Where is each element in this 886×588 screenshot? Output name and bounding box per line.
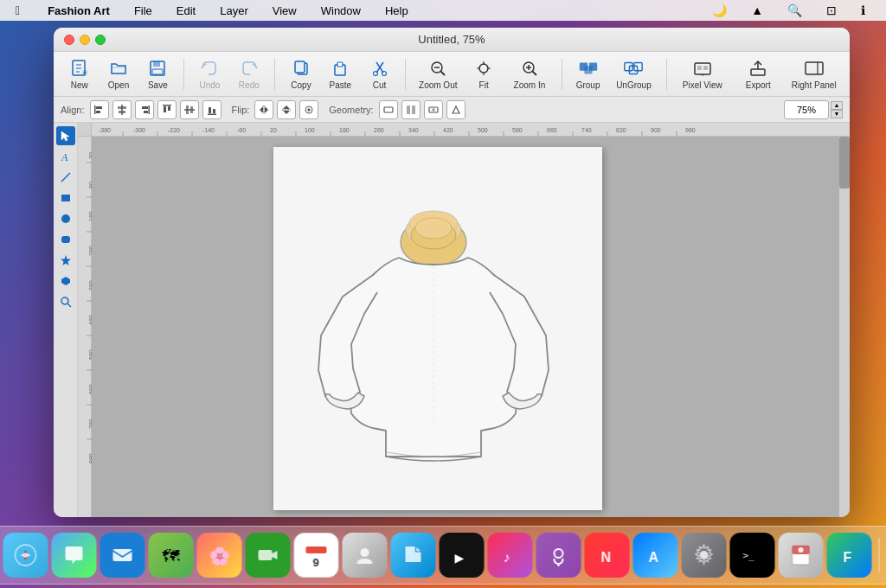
- svg-text:F: F: [844, 550, 852, 565]
- align-top-button[interactable]: [157, 100, 177, 119]
- maximize-button[interactable]: [95, 35, 106, 45]
- dock-icon-maps[interactable]: 🗺: [149, 533, 194, 578]
- align-center-h-button[interactable]: [112, 100, 132, 119]
- menubar:  Fashion Art File Edit Layer View Windo…: [0, 0, 886, 21]
- dock-icon-photos[interactable]: 🌸: [197, 533, 242, 578]
- zoom-up-button[interactable]: ▲: [831, 101, 843, 110]
- paste-button[interactable]: Paste: [322, 54, 359, 94]
- dock-icon-preview[interactable]: [779, 533, 824, 578]
- export-button[interactable]: Export: [733, 54, 783, 94]
- ungroup-button[interactable]: UnGroup: [608, 54, 658, 94]
- select-tool[interactable]: [56, 126, 75, 145]
- group-button[interactable]: Group: [569, 54, 607, 94]
- dock-icon-music[interactable]: ♪: [488, 533, 533, 578]
- pen-tool[interactable]: [56, 168, 75, 187]
- geo-4-button[interactable]: [446, 100, 465, 119]
- new-icon: [69, 58, 90, 79]
- control-center-icon[interactable]: 🌙: [707, 2, 732, 19]
- align-left-button[interactable]: [90, 100, 109, 119]
- copy-button[interactable]: Copy: [282, 54, 319, 94]
- zoom-down-button[interactable]: ▼: [831, 110, 843, 118]
- rectangle-tool[interactable]: [56, 189, 75, 208]
- dock-icon-contacts[interactable]: [343, 533, 388, 578]
- svg-text:A: A: [649, 550, 659, 565]
- pixel-view-label: Pixel View: [683, 80, 722, 90]
- zoom-tool[interactable]: [56, 292, 75, 311]
- dock-icon-files[interactable]: [391, 533, 436, 578]
- dock-icon-settings[interactable]: [682, 533, 727, 578]
- ruler-v-col: -20 80 180 280 380 480 580: [78, 137, 850, 517]
- align-bar: Align: Flip: Geometry:: [54, 97, 850, 123]
- canvas-page: [273, 147, 602, 510]
- app-name[interactable]: Fashion Art: [42, 3, 115, 19]
- new-button[interactable]: New: [61, 54, 98, 94]
- copy-label: Copy: [291, 80, 311, 90]
- open-button[interactable]: Open: [100, 54, 137, 94]
- ellipse-tool[interactable]: [56, 209, 75, 228]
- right-panel-button[interactable]: Right Panel: [785, 54, 843, 94]
- svg-rect-58: [213, 109, 215, 113]
- pixel-view-button[interactable]: Pixel View: [673, 54, 731, 94]
- svg-rect-50: [163, 105, 171, 106]
- polygon-tool[interactable]: [56, 272, 75, 291]
- zoom-input[interactable]: [784, 100, 829, 119]
- time-icon[interactable]: ℹ: [856, 2, 870, 19]
- svg-point-134: [415, 218, 452, 239]
- svg-text:🌸: 🌸: [209, 546, 231, 566]
- dock-icon-appstore[interactable]: A: [633, 533, 678, 578]
- dock-icon-calendar[interactable]: 9: [294, 533, 339, 578]
- close-button[interactable]: [64, 35, 74, 45]
- svg-point-74: [61, 297, 68, 304]
- svg-rect-150: [259, 550, 273, 560]
- geo-1-button[interactable]: [379, 100, 398, 119]
- menu-help[interactable]: Help: [380, 3, 414, 19]
- dock-icon-appletv[interactable]: ▶: [440, 533, 485, 578]
- cut-button[interactable]: Cut: [361, 54, 398, 94]
- minimize-button[interactable]: [80, 35, 90, 45]
- svg-point-70: [61, 214, 70, 223]
- rounded-rect-tool[interactable]: [56, 230, 75, 249]
- menu-file[interactable]: File: [129, 3, 157, 19]
- align-bottom-button[interactable]: [202, 100, 222, 119]
- flip-both-button[interactable]: [299, 100, 318, 119]
- vertical-scrollbar[interactable]: [839, 137, 850, 517]
- flip-v-button[interactable]: [277, 100, 296, 119]
- search-icon-menu[interactable]: 🔍: [782, 2, 807, 19]
- menu-window[interactable]: Window: [316, 3, 366, 19]
- dock-icon-podcasts[interactable]: [536, 533, 581, 578]
- control-icon[interactable]: ⊡: [821, 2, 842, 19]
- redo-button[interactable]: Redo: [230, 54, 267, 94]
- svg-point-37: [701, 74, 703, 76]
- menu-view[interactable]: View: [267, 3, 302, 19]
- dock-icon-fashionart[interactable]: F: [827, 533, 872, 578]
- align-center-v-button[interactable]: [180, 100, 199, 119]
- canvas-viewport[interactable]: [92, 137, 850, 517]
- zoom-out-button[interactable]: Zoom Out: [413, 54, 463, 94]
- geo-3-button[interactable]: [424, 100, 443, 119]
- fit-button[interactable]: Fit: [465, 54, 502, 94]
- align-right-button[interactable]: [135, 100, 154, 119]
- svg-point-19: [479, 64, 488, 73]
- undo-button[interactable]: Undo: [191, 54, 228, 94]
- menu-edit[interactable]: Edit: [171, 3, 201, 19]
- flip-h-button[interactable]: [254, 100, 273, 119]
- dock-icon-facetime[interactable]: [246, 533, 291, 578]
- svg-rect-147: [113, 549, 132, 561]
- geo-2-button[interactable]: [401, 100, 421, 119]
- undo-label: Undo: [200, 80, 221, 90]
- sep2: [274, 59, 275, 90]
- scrollbar-thumb[interactable]: [839, 137, 850, 189]
- save-button[interactable]: Save: [139, 54, 177, 94]
- dock-icon-terminal[interactable]: >_: [730, 533, 775, 578]
- dock-icon-safari[interactable]: [3, 533, 48, 578]
- dock-icon-messages[interactable]: [52, 533, 97, 578]
- text-tool[interactable]: A: [56, 147, 75, 166]
- dock-icon-news[interactable]: N: [585, 533, 630, 578]
- menu-layer[interactable]: Layer: [215, 3, 254, 19]
- apple-menu[interactable]: : [10, 2, 25, 19]
- zoom-in-button[interactable]: Zoom In: [504, 54, 555, 94]
- wifi-icon[interactable]: ▲: [746, 2, 768, 19]
- svg-text:980: 980: [685, 127, 696, 133]
- star-tool[interactable]: [56, 251, 75, 270]
- dock-icon-mail[interactable]: [100, 533, 145, 578]
